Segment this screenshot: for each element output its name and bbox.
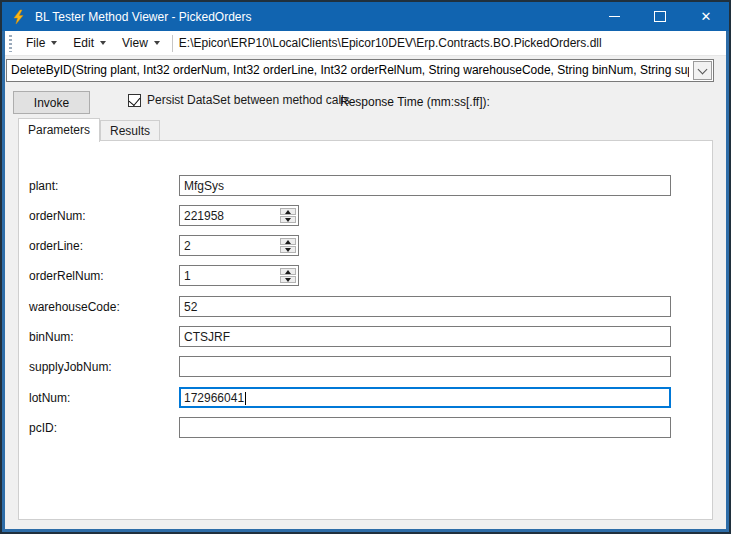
triangle-down-icon [285,278,291,282]
tab-parameters-label: Parameters [28,123,90,137]
spin-down-button[interactable] [280,246,296,253]
field-label-warehouseCode: warehouseCode: [29,300,120,314]
field-row-pcID: pcID: [19,417,712,439]
field-value-lotNum: 172966041 [184,391,244,405]
tab-results[interactable]: Results [100,120,160,140]
tab-results-label: Results [110,124,150,138]
menu-file[interactable]: File [18,33,65,54]
parameters-panel: plant:MfgSysorderNum:221958orderLine:2or… [18,140,713,520]
field-input-orderRelNum[interactable]: 1 [179,265,299,286]
field-value-binNum: CTSJRF [184,330,230,344]
spin-up-button[interactable] [280,268,296,275]
menu-edit[interactable]: Edit [65,33,114,54]
app-window: BL Tester Method Viewer - PickedOrders ✕… [2,2,729,532]
field-label-pcID: pcID: [29,421,57,435]
spinner-buttons [280,268,296,283]
tab-strip: Parameters Results [18,118,160,140]
field-input-supplyJobNum[interactable] [179,356,671,377]
spin-down-button[interactable] [280,216,296,223]
spin-up-button[interactable] [280,208,296,215]
field-row-lotNum: lotNum:172966041 [19,387,712,409]
spin-up-button[interactable] [280,238,296,245]
field-label-lotNum: lotNum: [29,391,70,405]
invoke-button-label: Invoke [34,96,69,110]
field-value-warehouseCode: 52 [184,300,197,314]
tab-parameters[interactable]: Parameters [18,118,100,142]
field-row-orderRelNum: orderRelNum:1 [19,265,712,287]
field-label-orderNum: orderNum: [29,209,86,223]
chevron-down-icon [698,64,708,74]
persist-dataset-label: Persist DataSet between method calls [147,93,350,107]
field-input-plant[interactable]: MfgSys [179,175,671,196]
menu-view-label: View [122,36,148,50]
spinner-buttons [280,208,296,223]
field-row-plant: plant:MfgSys [19,175,712,197]
field-label-orderLine: orderLine: [29,239,83,253]
field-label-binNum: binNum: [29,330,74,344]
triangle-down-icon [285,248,291,252]
spin-down-button[interactable] [280,276,296,283]
field-input-binNum[interactable]: CTSJRF [179,326,671,347]
field-input-orderLine[interactable]: 2 [179,235,299,256]
persist-dataset-checkbox[interactable] [128,94,141,107]
field-label-orderRelNum: orderRelNum: [29,269,104,283]
field-row-orderLine: orderLine:2 [19,235,712,257]
chevron-down-icon [100,41,106,45]
field-input-orderNum[interactable]: 221958 [179,205,299,226]
menu-separator [172,35,173,52]
field-input-lotNum[interactable]: 172966041 [179,387,671,408]
close-icon: ✕ [701,10,712,23]
lightning-bolt-icon [11,9,27,25]
field-value-orderRelNum: 1 [184,269,191,283]
maximize-icon [654,11,666,22]
chevron-down-icon [154,41,160,45]
combo-dropdown-button[interactable] [693,61,712,80]
field-row-orderNum: orderNum:221958 [19,205,712,227]
method-selector-combobox[interactable]: DeleteByID(String plant, Int32 orderNum,… [6,59,714,82]
text-caret [245,392,246,405]
triangle-up-icon [285,270,291,274]
field-row-warehouseCode: warehouseCode:52 [19,296,712,318]
field-value-orderLine: 2 [184,239,191,253]
triangle-up-icon [285,240,291,244]
field-row-binNum: binNum:CTSJRF [19,326,712,348]
triangle-up-icon [285,210,291,214]
minimize-button[interactable] [591,2,637,31]
menu-view[interactable]: View [114,33,168,54]
persist-dataset-checkbox-row: Persist DataSet between method calls [128,93,350,107]
field-row-supplyJobNum: supplyJobNum: [19,356,712,378]
field-input-warehouseCode[interactable]: 52 [179,296,671,317]
invoke-button[interactable]: Invoke [13,91,90,114]
field-value-plant: MfgSys [184,179,224,193]
spinner-buttons [280,238,296,253]
field-label-plant: plant: [29,179,58,193]
menu-file-label: File [26,36,45,50]
triangle-down-icon [285,218,291,222]
title-bar: BL Tester Method Viewer - PickedOrders ✕ [2,2,729,31]
minimize-icon [609,16,620,17]
menu-edit-label: Edit [73,36,94,50]
chevron-down-icon [51,41,57,45]
toolstrip-grip-handle[interactable] [9,35,12,52]
maximize-button[interactable] [637,2,683,31]
method-signature-text: DeleteByID(String plant, Int32 orderNum,… [11,63,689,77]
field-input-pcID[interactable] [179,417,671,438]
window-controls: ✕ [591,2,729,31]
response-time-label: Response Time (mm:ss[.ff]): [340,95,490,109]
field-value-orderNum: 221958 [184,209,224,223]
menu-bar: File Edit View E:\Epicor\ERP10\LocalClie… [5,31,726,56]
field-label-supplyJobNum: supplyJobNum: [29,360,112,374]
assembly-path-label: E:\Epicor\ERP10\LocalClients\Epicor10DEV… [179,36,602,50]
close-button[interactable]: ✕ [683,2,729,31]
window-title: BL Tester Method Viewer - PickedOrders [35,10,252,24]
